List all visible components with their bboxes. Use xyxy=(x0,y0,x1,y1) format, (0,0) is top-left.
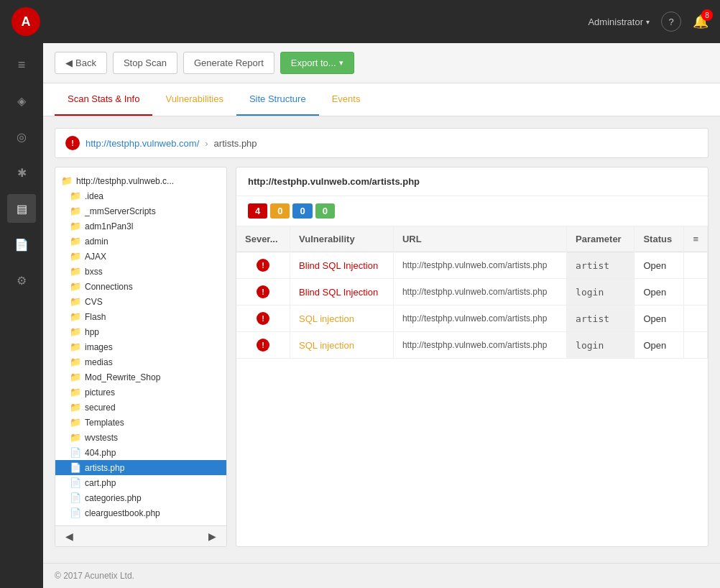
vuln-url-cell: http://testphp.vulnweb.com/artists.php xyxy=(393,279,566,306)
bell-badge: 8 xyxy=(701,9,713,21)
col-actions: ≡ xyxy=(684,226,708,252)
breadcrumb-icon: ! xyxy=(65,136,80,150)
folder-icon: 📁 xyxy=(70,357,81,367)
notifications-bell[interactable]: 🔔 8 xyxy=(693,14,709,29)
sidebar-icon-gear[interactable]: ⚙ xyxy=(7,266,36,295)
list-item[interactable]: 📄 404.php xyxy=(55,445,226,460)
list-item[interactable]: 📄 cart.php xyxy=(55,475,226,490)
vuln-url-header: http://testphp.vulnweb.com/artists.php xyxy=(236,167,708,196)
list-item[interactable]: 📁 Mod_Rewrite_Shop xyxy=(55,369,226,385)
back-button[interactable]: ◀ Back xyxy=(55,52,107,74)
list-item[interactable]: 📁 Flash xyxy=(55,309,226,324)
vuln-table: Sever... Vulnerability URL Parameter Sta… xyxy=(236,226,708,546)
folder-icon: 📁 xyxy=(70,251,81,262)
tab-events[interactable]: Events xyxy=(319,83,374,116)
tree-root[interactable]: 📁 http://testphp.vulnweb.c... xyxy=(55,173,226,188)
vuln-actions-cell xyxy=(684,279,708,306)
content-area: ! http://testphp.vulnweb.com/ › artists.… xyxy=(43,116,720,563)
list-item[interactable]: 📁 pictures xyxy=(55,385,226,400)
folder-icon: 📁 xyxy=(70,326,81,337)
folder-icon: 📁 xyxy=(70,296,81,307)
list-item-selected[interactable]: 📄 artists.php xyxy=(55,460,226,475)
col-parameter: Parameter xyxy=(567,226,634,252)
sidebar: ≡ ◈ ◎ ✱ ▤ 📄 ⚙ xyxy=(0,43,43,588)
footer: © 2017 Acunetix Ltd. xyxy=(43,563,720,588)
breadcrumb: ! http://testphp.vulnweb.com/ › artists.… xyxy=(55,128,709,158)
sidebar-icon-menu[interactable]: ≡ xyxy=(7,50,36,79)
stop-scan-button[interactable]: Stop Scan xyxy=(113,52,177,74)
sidebar-icon-target[interactable]: ◎ xyxy=(7,122,36,151)
tab-vulnerabilities[interactable]: Vulnerabilities xyxy=(152,83,236,116)
tabs: Scan Stats & Info Vulnerabilities Site S… xyxy=(43,83,720,116)
list-item[interactable]: 📁 AJAX xyxy=(55,249,226,264)
col-severity: Sever... xyxy=(236,226,290,252)
folder-icon: 📁 xyxy=(70,387,81,398)
folder-icon: 📁 xyxy=(70,341,81,352)
folder-icon: 📁 xyxy=(70,432,81,443)
vuln-name-cell[interactable]: Blind SQL Injection xyxy=(290,252,394,279)
vuln-url-cell: http://testphp.vulnweb.com/artists.php xyxy=(393,252,566,279)
file-tree-content: 📁 http://testphp.vulnweb.c... 📁 .idea 📁 … xyxy=(55,167,226,525)
list-item[interactable]: 📁 CVS xyxy=(55,294,226,309)
badge-high: 0 xyxy=(270,203,290,219)
severity-cell: ! xyxy=(236,306,290,332)
sidebar-icon-palette[interactable]: ◈ xyxy=(7,86,36,115)
tab-site-structure[interactable]: Site Structure xyxy=(236,83,319,116)
list-item[interactable]: 📁 admin xyxy=(55,234,226,249)
export-dropdown-icon: ▾ xyxy=(339,58,343,68)
vuln-actions-cell xyxy=(684,332,708,359)
logo: A xyxy=(11,7,40,36)
file-icon: 📄 xyxy=(70,447,81,458)
list-item[interactable]: 📁 hpp xyxy=(55,324,226,339)
list-item[interactable]: 📁 secured xyxy=(55,400,226,415)
list-item[interactable]: 📁 medias xyxy=(55,354,226,369)
col-vulnerability: Vulnerability xyxy=(290,226,394,252)
severity-icon: ! xyxy=(257,339,269,352)
folder-icon: 📁 xyxy=(70,236,81,247)
split-panel: 📁 http://testphp.vulnweb.c... 📁 .idea 📁 … xyxy=(55,167,709,547)
vuln-actions-cell xyxy=(684,252,708,279)
folder-icon: 📁 xyxy=(70,266,81,277)
vuln-url-cell: http://testphp.vulnweb.com/artists.php xyxy=(393,332,566,359)
tree-next-button[interactable]: ▶ xyxy=(204,529,221,543)
badge-medium: 0 xyxy=(292,203,312,219)
chevron-down-icon: ▾ xyxy=(646,18,650,26)
badge-critical: 4 xyxy=(248,203,267,219)
tab-scan-stats[interactable]: Scan Stats & Info xyxy=(55,83,152,116)
vuln-name-cell[interactable]: SQL injection xyxy=(290,306,394,332)
list-item[interactable]: 📁 Connections xyxy=(55,279,226,294)
folder-icon: 📁 xyxy=(70,372,81,382)
severity-cell: ! xyxy=(236,332,290,359)
tree-prev-button[interactable]: ◀ xyxy=(61,529,78,543)
user-menu[interactable]: Administrator ▾ xyxy=(588,17,650,27)
table-row: ! SQL injection http://testphp.vulnweb.c… xyxy=(236,332,708,359)
sidebar-icon-chart[interactable]: ▤ xyxy=(7,194,36,223)
file-tree-panel: 📁 http://testphp.vulnweb.c... 📁 .idea 📁 … xyxy=(55,167,227,547)
list-item[interactable]: 📁 images xyxy=(55,339,226,354)
vuln-url-cell: http://testphp.vulnweb.com/artists.php xyxy=(393,306,566,332)
list-item[interactable]: 📁 adm1nPan3l xyxy=(55,219,226,234)
list-item[interactable]: 📁 .idea xyxy=(55,188,226,203)
folder-icon: 📁 xyxy=(70,281,81,292)
list-item[interactable]: 📄 categories.php xyxy=(55,490,226,505)
vuln-name-cell[interactable]: SQL injection xyxy=(290,332,394,359)
list-item[interactable]: 📁 Templates xyxy=(55,415,226,430)
col-url: URL xyxy=(393,226,566,252)
severity-cell: ! xyxy=(236,279,290,306)
list-item[interactable]: 📁 wvstests xyxy=(55,430,226,445)
vuln-name-cell[interactable]: Blind SQL Injection xyxy=(290,279,394,306)
col-status: Status xyxy=(634,226,684,252)
main: ◀ Back Stop Scan Generate Report Export … xyxy=(43,43,720,588)
list-item[interactable]: 📄 clearguestbook.php xyxy=(55,505,226,520)
top-nav: A Administrator ▾ ? 🔔 8 xyxy=(0,0,720,43)
sidebar-icon-bug[interactable]: ✱ xyxy=(7,158,36,187)
folder-icon: 📁 xyxy=(70,311,81,322)
breadcrumb-link[interactable]: http://testphp.vulnweb.com/ xyxy=(86,138,199,149)
export-button[interactable]: Export to... ▾ xyxy=(280,52,354,74)
help-icon[interactable]: ? xyxy=(661,12,681,32)
list-item[interactable]: 📁 bxss xyxy=(55,264,226,279)
generate-report-button[interactable]: Generate Report xyxy=(183,52,274,74)
folder-icon: 📁 xyxy=(70,417,81,428)
sidebar-icon-doc[interactable]: 📄 xyxy=(7,230,36,259)
list-item[interactable]: 📁 _mmServerScripts xyxy=(55,203,226,219)
